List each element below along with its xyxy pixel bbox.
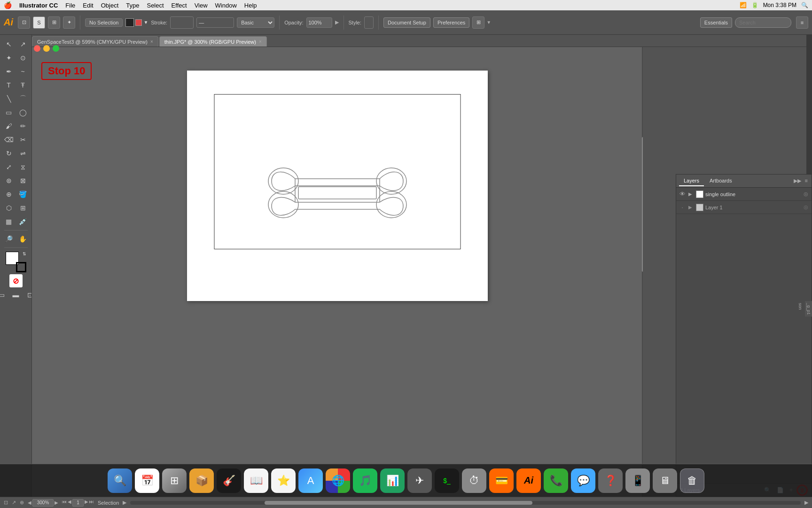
zoom-input[interactable] (32, 499, 54, 507)
dock-sheets[interactable]: 📊 (380, 468, 405, 493)
draw-normal[interactable]: ▭ (0, 288, 8, 302)
menu-object[interactable]: Object (101, 2, 119, 9)
last-page[interactable]: ⏭ (89, 499, 94, 507)
toolbar-icon-3[interactable]: ⊞ (48, 16, 60, 29)
search-icon[interactable]: 🔍 (801, 2, 808, 8)
artboards-tab[interactable]: Artboards (705, 176, 737, 186)
scroll-right[interactable]: ▶ (804, 500, 808, 506)
line-tool[interactable]: ╲ (2, 92, 16, 105)
scale-tool[interactable]: ⤢ (2, 160, 16, 174)
direct-selection-tool[interactable]: ↗ (16, 38, 30, 51)
dock-unknown3[interactable]: 🖥 (653, 468, 677, 493)
layer-visibility-eye-2[interactable]: · (678, 204, 687, 211)
page-input[interactable] (72, 499, 84, 507)
layer-target-2[interactable]: ◎ (802, 204, 810, 210)
layer-target-1[interactable]: ◎ (802, 191, 810, 197)
zoom-next[interactable]: ▶ (55, 500, 58, 505)
fill-stroke-indicator[interactable]: ⇅ (6, 252, 26, 272)
next-page[interactable]: ▶ (85, 499, 88, 507)
tab-close-2[interactable]: × (259, 39, 262, 44)
first-page[interactable]: ⏮ (62, 499, 67, 507)
menu-type[interactable]: Type (126, 2, 139, 9)
horizontal-scrollbar[interactable] (130, 501, 801, 505)
status-icon-2[interactable]: ↗ (12, 500, 16, 506)
menu-select[interactable]: Select (147, 2, 164, 9)
layer-visibility-eye-1[interactable]: 👁 (678, 190, 687, 198)
layer-row-single-outline[interactable]: 👁 ▶ single outline ◎ (676, 188, 812, 201)
layer-row-1[interactable]: · ▶ Layer 1 ◎ (676, 201, 812, 214)
panel-toggle[interactable]: ≡ (796, 16, 808, 29)
search-input[interactable] (735, 17, 791, 28)
ellipse-tool[interactable]: ◯ (16, 106, 30, 119)
dock-wallet[interactable]: 💳 (489, 468, 514, 493)
arc-tool[interactable]: ⌒ (16, 92, 30, 105)
rectangle-tool[interactable]: ▭ (2, 106, 16, 119)
dock-reminders[interactable]: ⭐ (271, 468, 296, 493)
status-icon-1[interactable]: ⊡ (4, 500, 8, 506)
draw-behind[interactable]: ▬ (9, 288, 23, 302)
free-transform-tool[interactable]: ⊠ (16, 174, 30, 187)
dock-trash[interactable]: 🗑 (680, 468, 704, 493)
reflect-tool[interactable]: ⇌ (16, 147, 30, 160)
layer-expand-2[interactable]: ▶ (688, 205, 694, 210)
stroke-swatch[interactable] (135, 19, 142, 26)
menu-view[interactable]: View (195, 2, 208, 9)
minimize-button[interactable] (43, 45, 50, 52)
magic-wand-tool[interactable]: ✦ (2, 51, 16, 64)
dock-books[interactable]: 📖 (244, 468, 268, 493)
style-preview[interactable] (364, 16, 374, 29)
hand-tool[interactable]: ✋ (16, 232, 30, 246)
dock-spotify[interactable]: 🎵 (353, 468, 377, 493)
basic-dropdown[interactable]: Basic (237, 17, 274, 28)
dock-music[interactable]: 🎸 (217, 468, 241, 493)
tab-thinjpg[interactable]: thin.JPG* @ 300% (RGB/GPU Preview) × (159, 36, 267, 47)
apple-menu[interactable]: 🍎 (4, 1, 12, 9)
swap-colors-icon[interactable]: ⇅ (23, 252, 26, 256)
scissors-tool[interactable]: ✂ (16, 133, 30, 146)
layer-expand-1[interactable]: ▶ (688, 191, 694, 197)
shear-tool[interactable]: ⧖ (16, 160, 30, 174)
arrange-btn[interactable]: ⊞ (472, 16, 484, 29)
curvature-tool[interactable]: ~ (16, 65, 30, 78)
gradient-tool[interactable]: ▦ (2, 215, 16, 228)
dock-unknown[interactable]: ❓ (598, 468, 623, 493)
dock-timemachine[interactable]: ⏱ (462, 468, 486, 493)
toolbar-icon-4[interactable]: ✦ (63, 16, 75, 29)
dock-calendar[interactable]: 📅 (135, 468, 159, 493)
opacity-chevron[interactable]: ▶ (335, 19, 339, 25)
eyedropper-tool[interactable]: 💉 (16, 215, 30, 228)
dock-vpn[interactable]: ✈ (407, 468, 432, 493)
menu-illustrator[interactable]: Illustrator CC (19, 2, 58, 9)
status-icon-3[interactable]: ⊕ (20, 500, 24, 506)
dock-messages[interactable]: 💬 (571, 468, 595, 493)
dock-phone[interactable]: 📞 (544, 468, 568, 493)
dock-finder[interactable]: 🔍 (108, 468, 132, 493)
close-button[interactable] (34, 45, 40, 52)
tab-close-1[interactable]: × (150, 39, 153, 44)
toolbar-icon-2[interactable]: S (33, 16, 45, 29)
maximize-button[interactable] (53, 45, 59, 52)
warp-tool[interactable]: ⊛ (2, 174, 16, 187)
zoom-prev[interactable]: ◀ (28, 500, 31, 505)
selection-tool[interactable]: ↖ (2, 38, 16, 51)
type-tool[interactable]: T (2, 79, 16, 92)
touch-type-tool[interactable]: Ŧ (16, 79, 30, 92)
stroke-color[interactable] (170, 16, 194, 29)
prev-page[interactable]: ◀ (68, 499, 71, 507)
toolbar-icon-1[interactable]: ⊡ (18, 16, 30, 29)
menu-file[interactable]: File (65, 2, 75, 9)
fill-swatch[interactable] (125, 18, 134, 27)
selection-arrow[interactable]: ▶ (123, 500, 126, 506)
layers-tab[interactable]: Layers (679, 176, 704, 186)
paintbrush-tool[interactable]: 🖌 (2, 119, 16, 133)
menu-effect[interactable]: Effect (172, 2, 187, 9)
dock-ai[interactable]: Ai (516, 468, 541, 493)
draw-inside[interactable]: ⊡ (23, 288, 32, 302)
menu-window[interactable]: Window (215, 2, 237, 9)
document-setup-button[interactable]: Document Setup (383, 17, 430, 28)
rotate-tool[interactable]: ↻ (2, 147, 16, 160)
lasso-tool[interactable]: ⊙ (16, 51, 30, 64)
layers-collapse-icon[interactable]: ≡ (804, 177, 809, 185)
horizontal-scroll-thumb[interactable] (265, 501, 533, 505)
zoom-tool[interactable]: 🔎 (2, 232, 16, 246)
